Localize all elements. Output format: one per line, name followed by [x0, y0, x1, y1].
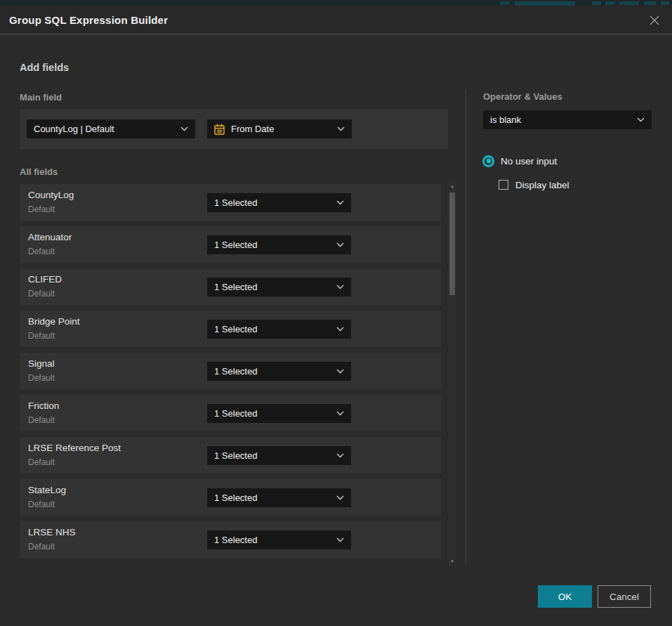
field-selection-value: 1 Selected: [214, 282, 331, 292]
operator-dropdown[interactable]: is blank: [483, 110, 652, 129]
occluded-background-app: [0, 0, 672, 6]
field-selection-dropdown[interactable]: 1 Selected: [207, 193, 351, 212]
field-subtitle: Default: [28, 373, 55, 383]
field-selection-value: 1 Selected: [214, 535, 331, 545]
all-fields-heading: All fields: [20, 167, 58, 177]
field-subtitle: Default: [28, 500, 55, 509]
fields-list-scrollbar[interactable]: ▲ ▼: [449, 181, 456, 566]
field-selection-dropdown[interactable]: 1 Selected: [207, 235, 351, 254]
field-name: CountyLog: [28, 190, 74, 200]
background-remnant: [661, 1, 669, 5]
checkbox-unchecked-icon[interactable]: [499, 180, 508, 190]
field-selection-value: 1 Selected: [214, 408, 331, 419]
display-label-label: Display label: [515, 180, 569, 190]
chevron-down-icon: [336, 411, 344, 416]
field-row: Attenuator Default 1 Selected: [20, 226, 441, 263]
chevron-down-icon: [336, 327, 344, 332]
field-row: Friction Default 1 Selected: [20, 395, 441, 431]
field-name: Bridge Point: [28, 316, 80, 327]
field-row: CLIFED Default 1 Selected: [20, 268, 441, 305]
field-subtitle: Default: [28, 289, 55, 299]
add-fields-heading: Add fields: [20, 62, 69, 73]
field-selection-value: 1 Selected: [214, 324, 331, 334]
no-user-input-label: No user input: [501, 156, 557, 167]
field-row: StateLog Default 1 Selected: [20, 479, 441, 516]
field-selection-dropdown[interactable]: 1 Selected: [207, 530, 351, 549]
field-name: Friction: [28, 400, 59, 411]
field-selection-dropdown[interactable]: 1 Selected: [207, 362, 351, 381]
background-remnant: [592, 1, 601, 5]
field-name: CLIFED: [28, 274, 62, 285]
field-subtitle: Default: [28, 331, 55, 341]
scrollbar-thumb[interactable]: [449, 193, 455, 295]
ok-button[interactable]: OK: [538, 585, 592, 608]
display-label-checkbox-row[interactable]: Display label: [499, 178, 569, 191]
no-user-input-radio[interactable]: No user input: [482, 154, 557, 168]
scroll-up-icon[interactable]: ▲: [449, 183, 456, 190]
background-remnant: [500, 1, 510, 5]
chevron-down-icon: [336, 453, 344, 458]
main-field-panel: CountyLog | Default From Date: [20, 109, 448, 149]
field-selection-dropdown[interactable]: 1 Selected: [207, 278, 351, 296]
field-selection-value: 1 Selected: [214, 450, 331, 461]
field-selection-value: 1 Selected: [214, 493, 331, 503]
cancel-button[interactable]: Cancel: [598, 585, 651, 608]
background-remnant: [644, 1, 656, 5]
field-row: LRSE NHS Default 1 Selected: [20, 521, 441, 558]
group-sql-expression-builder-dialog: Group SQL Expression Builder Add fields …: [0, 6, 672, 626]
field-selection-dropdown[interactable]: 1 Selected: [207, 320, 351, 339]
field-selection-dropdown[interactable]: 1 Selected: [207, 446, 351, 465]
close-icon: [649, 15, 660, 26]
field-subtitle: Default: [28, 542, 55, 552]
field-row: LRSE Reference Post Default 1 Selected: [20, 437, 441, 474]
dataset-dropdown[interactable]: CountyLog | Default: [27, 119, 195, 138]
chevron-down-icon: [336, 537, 344, 542]
field-subtitle: Default: [28, 415, 55, 425]
dialog-titlebar: Group SQL Expression Builder: [0, 6, 672, 34]
field-selection-value: 1 Selected: [214, 197, 331, 208]
chevron-down-icon: [336, 369, 344, 374]
field-selection-value: 1 Selected: [214, 366, 331, 377]
field-selection-dropdown[interactable]: 1 Selected: [207, 404, 351, 423]
field-name: Attenuator: [28, 232, 72, 242]
scroll-down-icon[interactable]: ▼: [449, 558, 456, 565]
radio-selected-icon: [482, 155, 494, 167]
close-button[interactable]: [644, 10, 665, 31]
field-subtitle: Default: [28, 204, 55, 214]
background-remnant: [605, 1, 614, 5]
background-remnant: [619, 1, 639, 5]
main-field-dropdown[interactable]: From Date: [207, 119, 352, 138]
chevron-down-icon: [336, 242, 344, 247]
panel-divider: [466, 90, 466, 563]
main-field-dropdown-value: From Date: [231, 124, 331, 134]
field-name: LRSE Reference Post: [28, 443, 121, 453]
operator-values-heading: Operator & Values: [483, 91, 562, 102]
chevron-down-icon: [336, 495, 344, 500]
field-subtitle: Default: [28, 457, 55, 467]
calendar-icon: [214, 124, 225, 135]
chevron-down-icon: [336, 285, 344, 289]
field-name: Signal: [28, 358, 55, 369]
chevron-down-icon: [337, 126, 345, 131]
field-row: Bridge Point Default 1 Selected: [20, 311, 441, 347]
chevron-down-icon: [180, 126, 188, 131]
field-row: CountyLog Default 1 Selected: [20, 184, 441, 221]
field-name: StateLog: [28, 485, 66, 495]
operator-dropdown-value: is blank: [490, 115, 631, 125]
dialog-title: Group SQL Expression Builder: [9, 6, 168, 34]
main-field-heading: Main field: [20, 92, 62, 103]
chevron-down-icon: [336, 200, 344, 205]
field-selection-value: 1 Selected: [214, 240, 331, 250]
dataset-dropdown-value: CountyLog | Default: [34, 124, 175, 134]
field-subtitle: Default: [28, 247, 55, 256]
field-selection-dropdown[interactable]: 1 Selected: [207, 488, 351, 507]
chevron-down-icon: [637, 117, 645, 122]
all-fields-list: CountyLog Default 1 Selected Attenuator …: [20, 184, 441, 563]
field-row: Signal Default 1 Selected: [20, 353, 441, 389]
field-name: LRSE NHS: [28, 527, 76, 537]
